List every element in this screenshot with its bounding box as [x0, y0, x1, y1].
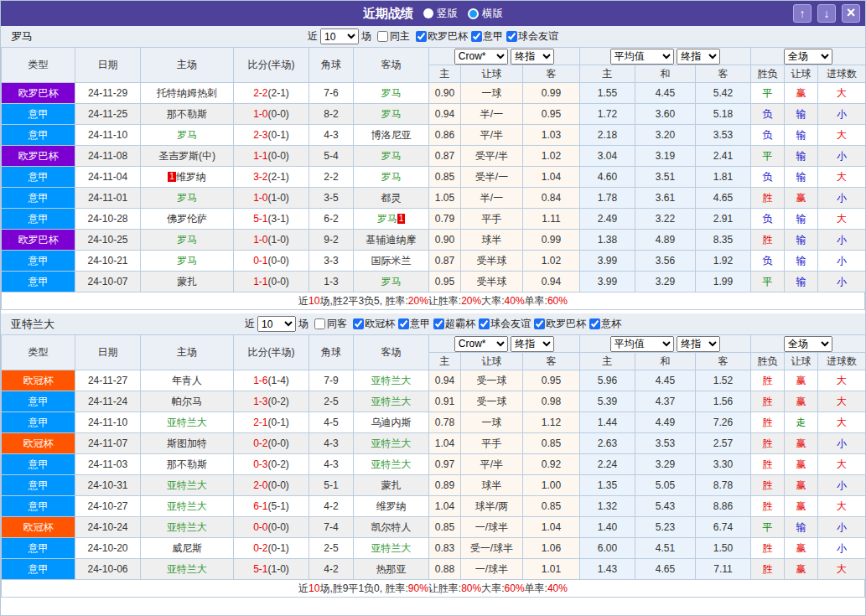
away-team-name: 基辅迪纳摩 [366, 234, 417, 246]
odds-away: 0.85 [523, 433, 580, 454]
fulltime-score: 3-2 [253, 171, 267, 183]
league-label: 超霸杯 [445, 317, 475, 331]
league-checkbox[interactable]: 球会友谊 [475, 317, 531, 331]
avg-home: 2.18 [580, 125, 635, 146]
avg-away: 3.53 [696, 125, 751, 146]
away-team: 亚特兰大 [354, 370, 429, 391]
result-wdl: 胜 [751, 496, 785, 517]
fulltime-group-header: 全场 [751, 48, 866, 65]
league-checkbox[interactable]: 球会友谊 [503, 29, 558, 44]
average-select[interactable]: 平均值 [610, 49, 674, 65]
same-venue-checkbox-input[interactable] [314, 318, 325, 329]
title-bar-center: 近期战绩 竖版 横版 [1, 1, 865, 26]
avg-draw: 4.89 [635, 230, 696, 251]
matches-table: 类型 日期 主场 比分(半场) 角球 客场 Crow* 终指 平均值 终指 [1, 47, 866, 292]
same-venue-checkbox-input[interactable] [377, 31, 388, 42]
recent-count-select[interactable]: 10 [320, 28, 359, 44]
close-button[interactable]: × [842, 4, 860, 23]
halftime-score: (1-0) [268, 234, 289, 246]
match-row: 欧冠杯 24-11-07 斯图加特 0-2(0-0) 4-3 亚特兰大 1.04… [2, 433, 866, 454]
avg-draw: 4.45 [635, 83, 696, 104]
fulltime-select[interactable]: 全场 [784, 49, 832, 65]
col-corner: 角球 [309, 48, 354, 83]
match-score: 1-3(0-2) [234, 391, 309, 412]
league-checkbox-input[interactable] [471, 31, 482, 42]
odds-handicap: 一球 [461, 412, 523, 433]
col-odds-handicap: 让球 [461, 353, 523, 370]
league-checkbox-input[interactable] [534, 318, 545, 329]
away-team: 维罗纳 [354, 496, 429, 517]
league-type-badge: 意甲 [2, 251, 75, 272]
avg-final-odds-select[interactable]: 终指 [677, 49, 720, 65]
league-checkbox-input[interactable] [353, 318, 364, 329]
odds-handicap: 受一球 [461, 391, 523, 412]
league-checkbox-input[interactable] [416, 31, 427, 42]
match-score: 2-1(0-1) [234, 412, 309, 433]
odds-away: 0.84 [523, 188, 580, 209]
recent-count-select[interactable]: 10 [257, 316, 296, 332]
odds-handicap: 球半 [461, 230, 523, 251]
same-venue-checkbox[interactable]: 同主 [377, 29, 410, 44]
odds-provider-select[interactable]: Crow* [454, 336, 508, 352]
result-handicap: 输 [785, 146, 818, 167]
result-handicap: 赢 [785, 454, 818, 475]
result-handicap: 赢 [785, 559, 818, 580]
result-wdl: 胜 [751, 370, 785, 391]
corner-score: 4-2 [309, 559, 354, 580]
league-checkbox-input[interactable] [589, 318, 600, 329]
league-label: 意甲 [483, 29, 503, 44]
final-odds-select[interactable]: 终指 [511, 49, 554, 65]
league-checkbox-input[interactable] [506, 31, 517, 42]
league-checkbox[interactable]: 意甲 [395, 317, 430, 331]
same-venue-checkbox[interactable]: 同客 [314, 317, 347, 331]
avg-final-odds-select[interactable]: 终指 [677, 336, 720, 352]
league-checkbox[interactable]: 欧罗巴杯 [412, 29, 468, 44]
result-goals: 小 [818, 538, 866, 559]
league-checkbox[interactable]: 欧冠杯 [350, 317, 395, 331]
avg-home: 1.72 [580, 104, 635, 125]
col-avg-draw: 和 [635, 353, 696, 370]
scroll-down-button[interactable]: ↓ [817, 4, 836, 23]
odds-handicap: 受一球 [461, 370, 523, 391]
match-date: 24-10-07 [75, 272, 141, 292]
odds-home: 0.94 [429, 104, 461, 125]
odds-home: 0.85 [429, 167, 461, 188]
fulltime-score: 1-0 [253, 234, 267, 246]
avg-away: 8.35 [696, 230, 751, 251]
scroll-up-button[interactable]: ↑ [793, 4, 812, 23]
home-team: 亚特兰大 [141, 559, 234, 580]
league-checkbox[interactable]: 超霸杯 [430, 317, 475, 331]
odds-handicap: 平手 [461, 433, 523, 454]
league-checkbox-input[interactable] [433, 318, 444, 329]
home-team-name: 维罗纳 [176, 171, 206, 183]
league-type-badge: 意甲 [2, 209, 75, 230]
result-goals: 大 [818, 391, 866, 412]
fulltime-score: 5-1 [253, 563, 267, 575]
odds-away: 0.99 [523, 83, 580, 104]
home-team-name: 罗马 [177, 255, 197, 267]
league-checkbox-input[interactable] [398, 318, 409, 329]
radio-vertical[interactable]: 竖版 [423, 7, 458, 21]
odds-provider-select[interactable]: Crow* [454, 49, 508, 65]
filter-controls: 近 10 场 同主 欧罗巴杯 意甲 球会友谊 [160, 28, 706, 44]
radio-horizontal[interactable]: 横版 [468, 7, 503, 21]
league-checkbox[interactable]: 意甲 [468, 29, 503, 44]
league-checkbox[interactable]: 意杯 [586, 317, 621, 331]
fulltime-select[interactable]: 全场 [784, 336, 832, 352]
final-odds-select[interactable]: 终指 [511, 336, 554, 352]
away-team: 罗马 [354, 146, 429, 167]
match-date: 24-11-08 [75, 146, 141, 167]
matches-table: 类型 日期 主场 比分(半场) 角球 客场 Crow* 终指 平均值 终指 [1, 334, 866, 580]
match-date: 24-10-24 [75, 517, 141, 538]
home-team: 帕尔马 [141, 391, 234, 412]
avg-draw: 5.05 [635, 475, 696, 496]
match-row: 意甲 24-11-10 罗马 2-3(0-1) 4-3 博洛尼亚 0.86 平/… [2, 125, 866, 146]
sections-container: 罗马 近 10 场 同主 欧罗巴杯 意甲 球会友谊 类型 日期 [1, 26, 865, 601]
title-bar-buttons: ↑ ↓ × [793, 4, 860, 23]
avg-home: 3.99 [580, 272, 635, 292]
away-team: 国际米兰 [354, 251, 429, 272]
league-checkbox-input[interactable] [479, 318, 490, 329]
league-checkbox[interactable]: 欧罗巴杯 [531, 317, 586, 331]
games-label: 场 [298, 317, 309, 331]
average-select[interactable]: 平均值 [610, 336, 674, 352]
